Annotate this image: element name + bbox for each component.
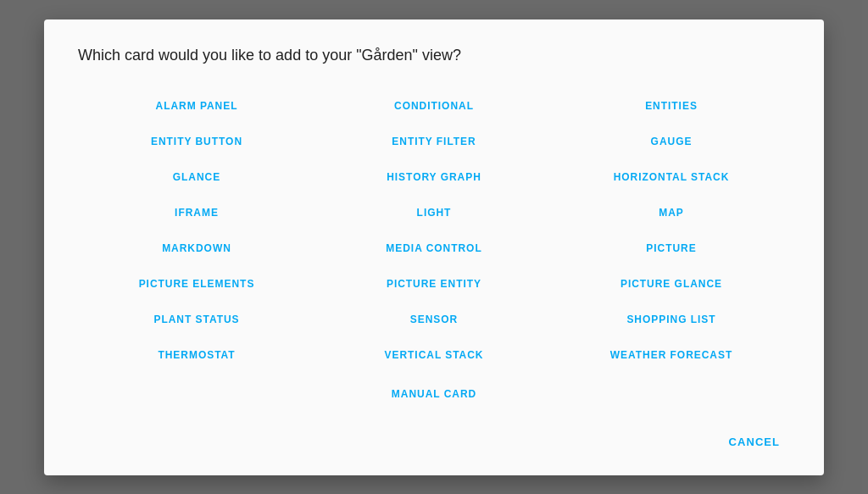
dialog-title: Which card would you like to add to your… [78,47,790,64]
cancel-button[interactable]: CANCEL [719,429,790,455]
card-label-alarm-panel: ALARM PANEL [156,100,238,112]
card-label-picture: PICTURE [646,242,696,254]
card-label-plant-status: PLANT STATUS [153,314,239,325]
card-item-media-control[interactable]: MEDIA CONTROL [315,230,553,266]
card-label-entity-button: ENTITY BUTTON [151,136,242,147]
card-item-picture-elements[interactable]: PICTURE ELEMENTS [78,266,315,302]
card-label-shopping-list: SHOPPING LIST [626,314,715,325]
card-label-horizontal-stack: HORIZONTAL STACK [614,171,730,183]
card-item-vertical-stack[interactable]: VERTICAL STACK [315,337,553,373]
card-item-thermostat[interactable]: THERMOSTAT [78,337,315,373]
card-item-alarm-panel[interactable]: ALARM PANEL [78,88,315,124]
card-item-entity-button[interactable]: ENTITY BUTTON [78,124,315,159]
card-label-entity-filter: ENTITY FILTER [392,136,476,147]
card-label-manual-card: MANUAL CARD [392,388,476,400]
card-label-weather-forecast: WEATHER FORECAST [610,349,732,361]
card-label-media-control: MEDIA CONTROL [386,242,481,254]
card-label-markdown: MARKDOWN [162,242,231,254]
card-label-picture-glance: PICTURE GLANCE [620,278,722,290]
card-item-map[interactable]: MAP [553,195,790,230]
card-item-history-graph[interactable]: HISTORY GRAPH [315,159,553,195]
card-label-glance: GLANCE [173,171,220,183]
card-item-entity-filter[interactable]: ENTITY FILTER [315,124,553,159]
card-label-iframe: IFRAME [175,207,219,219]
card-item-sensor[interactable]: SENSOR [315,302,553,337]
card-item-manual-card[interactable]: MANUAL CARD [385,376,483,412]
card-label-map: MAP [659,207,684,219]
card-item-shopping-list[interactable]: SHOPPING LIST [553,302,790,337]
card-item-horizontal-stack[interactable]: HORIZONTAL STACK [553,159,790,195]
dialog-overlay: Which card would you like to add to your… [0,0,868,494]
card-item-entities[interactable]: ENTITIES [553,88,790,124]
card-label-conditional: CONDITIONAL [394,100,474,112]
card-item-gauge[interactable]: GAUGE [553,124,790,159]
card-label-thermostat: THERMOSTAT [158,349,235,361]
card-label-picture-entity: PICTURE ENTITY [387,278,481,290]
card-label-sensor: SENSOR [410,314,458,325]
card-picker-dialog: Which card would you like to add to your… [44,19,824,475]
card-label-picture-elements: PICTURE ELEMENTS [139,278,255,290]
card-item-weather-forecast[interactable]: WEATHER FORECAST [553,337,790,373]
manual-card-row: MANUAL CARD [78,376,790,412]
card-item-picture-glance[interactable]: PICTURE GLANCE [553,266,790,302]
card-item-conditional[interactable]: CONDITIONAL [315,88,553,124]
card-item-markdown[interactable]: MARKDOWN [78,230,315,266]
card-label-history-graph: HISTORY GRAPH [387,171,481,183]
card-label-vertical-stack: VERTICAL STACK [385,349,484,361]
card-item-glance[interactable]: GLANCE [78,159,315,195]
card-item-plant-status[interactable]: PLANT STATUS [78,302,315,337]
card-label-gauge: GAUGE [651,136,693,147]
card-label-light: LIGHT [417,207,452,219]
card-item-picture-entity[interactable]: PICTURE ENTITY [315,266,553,302]
card-label-entities: ENTITIES [645,100,698,112]
card-item-picture[interactable]: PICTURE [553,230,790,266]
card-item-light[interactable]: LIGHT [315,195,553,230]
dialog-footer: CANCEL [78,422,790,455]
card-grid: ALARM PANELCONDITIONALENTITIESENTITY BUT… [78,88,790,373]
card-item-iframe[interactable]: IFRAME [78,195,315,230]
